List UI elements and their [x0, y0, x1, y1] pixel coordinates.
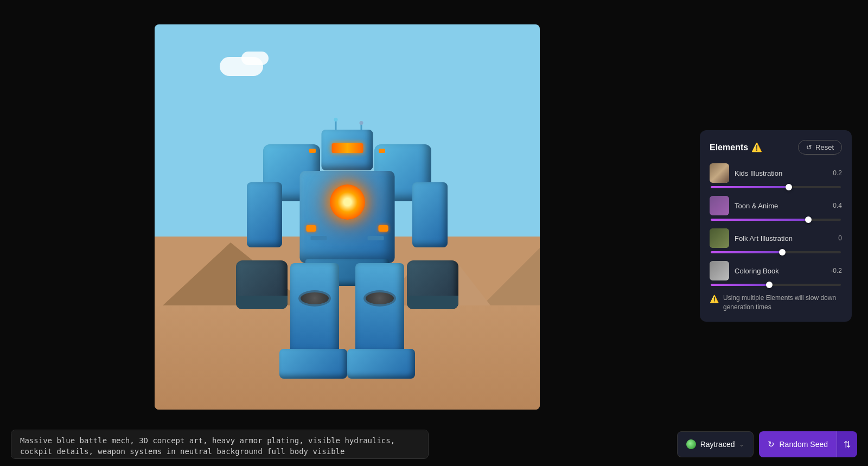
element-row-folk: Folk Art Illustration 0 — [710, 228, 842, 248]
element-name-toon: Toon & Anime — [735, 202, 821, 210]
elements-warning-icon: ⚠️ — [751, 142, 762, 152]
slider-fill-kids — [711, 186, 789, 188]
image-area — [0, 0, 694, 466]
slider-thumb-folk[interactable] — [779, 249, 786, 256]
right-panel: Elements ⚠️ ↺ Reset Kids Illustration 0.… — [694, 0, 868, 466]
slider-coloring[interactable] — [711, 284, 841, 286]
slider-fill-toon — [711, 219, 808, 221]
robot-leg-left — [290, 263, 339, 355]
element-thumb-folk — [710, 228, 729, 248]
warning-text: Using multiple Elements will slow down g… — [723, 293, 842, 312]
element-name-coloring: Coloring Book — [735, 267, 821, 275]
raytraced-label: Raytraced — [700, 440, 735, 449]
robot-fist-left — [236, 260, 288, 309]
chevron-down-icon: ⌄ — [739, 441, 744, 448]
robot-foot-left — [279, 349, 347, 379]
elements-title: Elements ⚠️ — [710, 142, 762, 152]
expand-arrows-icon: ⇅ — [844, 440, 851, 449]
robot-fist-right — [407, 260, 458, 309]
element-thumb-toon — [710, 196, 729, 215]
slider-thumb-kids[interactable] — [786, 184, 792, 190]
robot-leg-right — [355, 263, 404, 355]
robot-foot-right — [347, 349, 415, 379]
element-item-folk: Folk Art Illustration 0 — [710, 228, 842, 253]
element-thumb-coloring — [710, 261, 729, 280]
generated-image — [155, 24, 540, 410]
raytraced-icon — [686, 439, 696, 449]
warning-message: ⚠️ Using multiple Elements will slow dow… — [710, 293, 842, 312]
element-value-toon: 0.4 — [827, 202, 842, 209]
element-row-coloring: Coloring Book -0.2 — [710, 261, 842, 280]
random-seed-expand-button[interactable]: ⇅ — [837, 431, 857, 457]
slider-fill-folk — [711, 251, 782, 253]
element-name-folk: Folk Art Illustration — [735, 234, 821, 242]
elements-header: Elements ⚠️ ↺ Reset — [710, 140, 842, 155]
main-container: Elements ⚠️ ↺ Reset Kids Illustration 0.… — [0, 0, 868, 466]
element-item-kids: Kids Illustration 0.2 — [710, 163, 842, 188]
slider-thumb-coloring[interactable] — [766, 282, 773, 288]
random-seed-button[interactable]: ↻ Random Seed — [759, 431, 837, 457]
slider-toon[interactable] — [711, 219, 841, 221]
random-seed-label: Random Seed — [779, 440, 828, 449]
bottom-controls: Raytraced ⌄ ↻ Random Seed ⇅ — [677, 431, 857, 457]
slider-fill-coloring — [711, 284, 769, 286]
reset-label: Reset — [815, 143, 834, 151]
robot-head — [322, 130, 373, 170]
slider-thumb-toon[interactable] — [805, 216, 812, 223]
cloud-2 — [241, 52, 269, 65]
element-value-folk: 0 — [827, 234, 842, 242]
element-value-kids: 0.2 — [827, 169, 842, 177]
elements-panel: Elements ⚠️ ↺ Reset Kids Illustration 0.… — [700, 130, 852, 322]
element-item-toon: Toon & Anime 0.4 — [710, 196, 842, 221]
slider-folk[interactable] — [711, 251, 841, 253]
warning-icon-sm: ⚠️ — [710, 294, 719, 305]
refresh-icon: ↻ — [768, 439, 775, 449]
element-thumb-kids — [710, 163, 729, 183]
raytraced-button[interactable]: Raytraced ⌄ — [677, 431, 754, 457]
element-row-kids: Kids Illustration 0.2 — [710, 163, 842, 183]
element-row-toon: Toon & Anime 0.4 — [710, 196, 842, 215]
element-value-coloring: -0.2 — [827, 267, 842, 275]
reset-icon: ↺ — [806, 143, 812, 151]
element-item-coloring: Coloring Book -0.2 — [710, 261, 842, 286]
reset-button[interactable]: ↺ Reset — [798, 140, 842, 155]
elements-label: Elements — [710, 143, 748, 152]
random-seed-group: ↻ Random Seed ⇅ — [759, 431, 857, 457]
robot-arm-right-upper — [412, 182, 448, 247]
robot-arm-left-upper — [247, 182, 282, 247]
prompt-input[interactable] — [11, 430, 429, 459]
robot-canvas — [155, 24, 540, 410]
element-name-kids: Kids Illustration — [735, 169, 821, 177]
robot-torso — [300, 171, 395, 263]
bottom-bar: Raytraced ⌄ ↻ Random Seed ⇅ — [0, 423, 868, 466]
slider-kids[interactable] — [711, 186, 841, 188]
